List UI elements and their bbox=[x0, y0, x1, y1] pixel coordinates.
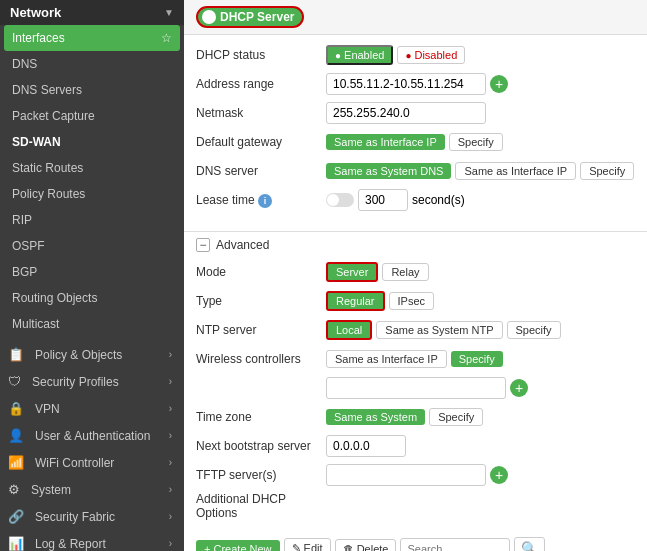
star-icon: ☆ bbox=[161, 31, 172, 45]
relay-button[interactable]: Relay bbox=[382, 263, 428, 281]
tftp-input[interactable] bbox=[326, 464, 486, 486]
chevron-right-icon: › bbox=[169, 457, 172, 468]
specify-ntp-button[interactable]: Specify bbox=[507, 321, 561, 339]
sidebar-item-rip[interactable]: RIP bbox=[0, 207, 184, 233]
sidebar-item-label: Routing Objects bbox=[12, 291, 97, 305]
ntp-server-row: NTP server Local Same as System NTP Spec… bbox=[196, 318, 635, 342]
tftp-servers-row: TFTP server(s) + bbox=[196, 463, 635, 487]
sidebar-item-static-routes[interactable]: Static Routes bbox=[0, 155, 184, 181]
time-zone-value: Same as System Specify bbox=[326, 408, 483, 426]
wireless-input[interactable] bbox=[326, 377, 506, 399]
system-icon: ⚙ bbox=[8, 482, 20, 497]
specify-gateway-button[interactable]: Specify bbox=[449, 133, 503, 151]
next-bootstrap-row: Next bootstrap server bbox=[196, 434, 635, 458]
sidebar-item-packet-capture[interactable]: Packet Capture bbox=[0, 103, 184, 129]
sidebar-item-label: DNS Servers bbox=[12, 83, 82, 97]
lease-toggle[interactable] bbox=[326, 193, 354, 207]
sidebar-item-ospf[interactable]: OSPF bbox=[0, 233, 184, 259]
user-auth-icon: 👤 bbox=[8, 428, 24, 443]
edit-button[interactable]: ✎ Edit bbox=[284, 538, 331, 551]
sidebar-item-log-report[interactable]: 📊 Log & Report › bbox=[0, 530, 184, 551]
sidebar-item-vpn[interactable]: 🔒 VPN › bbox=[0, 395, 184, 422]
sidebar-item-policy-routes[interactable]: Policy Routes bbox=[0, 181, 184, 207]
specify-tz-button[interactable]: Specify bbox=[429, 408, 483, 426]
enabled-button[interactable]: ● Enabled bbox=[326, 45, 393, 65]
sidebar-item-label: System bbox=[31, 483, 71, 497]
netmask-input[interactable] bbox=[326, 102, 486, 124]
add-tftp-button[interactable]: + bbox=[490, 466, 508, 484]
info-icon: i bbox=[258, 194, 272, 208]
same-as-system-ntp-button[interactable]: Same as System NTP bbox=[376, 321, 502, 339]
chevron-right-icon: › bbox=[169, 484, 172, 495]
form-area: DHCP status ● Enabled ● Disabled Address… bbox=[184, 35, 647, 225]
lease-time-row: Lease time i second(s) bbox=[196, 188, 635, 212]
lease-time-input[interactable] bbox=[358, 189, 408, 211]
same-as-interface-ip-button[interactable]: Same as Interface IP bbox=[326, 134, 445, 150]
sidebar-item-user-auth[interactable]: 👤 User & Authentication › bbox=[0, 422, 184, 449]
add-wireless-button[interactable]: + bbox=[510, 379, 528, 397]
sidebar-item-routing-objects[interactable]: Routing Objects bbox=[0, 285, 184, 311]
sidebar-item-system[interactable]: ⚙ System › bbox=[0, 476, 184, 503]
sidebar-item-label: SD-WAN bbox=[12, 135, 61, 149]
main-content: DHCP Server DHCP status ● Enabled ● Disa… bbox=[184, 0, 647, 551]
sidebar-item-interfaces[interactable]: Interfaces ☆ bbox=[4, 25, 180, 51]
sidebar-item-security-fabric[interactable]: 🔗 Security Fabric › bbox=[0, 503, 184, 530]
sidebar-item-dns[interactable]: DNS bbox=[0, 51, 184, 77]
add-range-button[interactable]: + bbox=[490, 75, 508, 93]
sidebar-network-header[interactable]: Network ▼ bbox=[0, 0, 184, 25]
sidebar-item-policy-objects[interactable]: 📋 Policy & Objects › bbox=[0, 341, 184, 368]
regular-button[interactable]: Regular bbox=[326, 291, 385, 311]
time-zone-row: Time zone Same as System Specify bbox=[196, 405, 635, 429]
same-as-system-tz-button[interactable]: Same as System bbox=[326, 409, 425, 425]
vpn-icon: 🔒 bbox=[8, 401, 24, 416]
specify-wc-button[interactable]: Specify bbox=[451, 351, 503, 367]
toggle-circle bbox=[202, 10, 216, 24]
same-as-interface-ip-dns-button[interactable]: Same as Interface IP bbox=[455, 162, 576, 180]
dhcp-server-label: DHCP Server bbox=[220, 10, 294, 24]
server-button[interactable]: Server bbox=[326, 262, 378, 282]
same-as-interface-ip-wc-button[interactable]: Same as Interface IP bbox=[326, 350, 447, 368]
mini-toggle-circle bbox=[327, 194, 339, 206]
sidebar-item-label: Packet Capture bbox=[12, 109, 95, 123]
sidebar-item-label: Interfaces bbox=[12, 31, 65, 45]
sidebar-item-bgp[interactable]: BGP bbox=[0, 259, 184, 285]
next-bootstrap-input[interactable] bbox=[326, 435, 406, 457]
sidebar-item-security-profiles[interactable]: 🛡 Security Profiles › bbox=[0, 368, 184, 395]
local-button[interactable]: Local bbox=[326, 320, 372, 340]
next-bootstrap-value bbox=[326, 435, 406, 457]
dhcp-status-value: ● Enabled ● Disabled bbox=[326, 45, 465, 65]
search-icon: 🔍 bbox=[521, 541, 538, 551]
ipsec-button[interactable]: IPsec bbox=[389, 292, 435, 310]
search-button[interactable]: 🔍 bbox=[514, 537, 545, 551]
search-input[interactable] bbox=[400, 538, 510, 552]
specify-dns-button[interactable]: Specify bbox=[580, 162, 634, 180]
wireless-controllers-value: Same as Interface IP Specify bbox=[326, 350, 503, 368]
dhcp-server-toggle[interactable]: DHCP Server bbox=[196, 6, 304, 28]
chevron-right-icon: › bbox=[169, 403, 172, 414]
ntp-server-value: Local Same as System NTP Specify bbox=[326, 320, 561, 340]
create-new-button[interactable]: + Create New bbox=[196, 540, 280, 552]
same-as-system-dns-button[interactable]: Same as System DNS bbox=[326, 163, 451, 179]
collapse-icon[interactable]: − bbox=[196, 238, 210, 252]
sidebar-item-label: DNS bbox=[12, 57, 37, 71]
default-gateway-label: Default gateway bbox=[196, 135, 326, 149]
sidebar-item-label: Security Profiles bbox=[32, 375, 119, 389]
dhcp-server-header: DHCP Server bbox=[184, 0, 647, 35]
chevron-right-icon: › bbox=[169, 511, 172, 522]
disabled-button[interactable]: ● Disabled bbox=[397, 46, 465, 64]
sidebar-item-multicast[interactable]: Multicast bbox=[0, 311, 184, 337]
sidebar-item-label: Multicast bbox=[12, 317, 59, 331]
disabled-dot: ● bbox=[405, 50, 411, 61]
sidebar-item-sd-wan[interactable]: SD-WAN bbox=[0, 129, 184, 155]
sidebar-item-label: BGP bbox=[12, 265, 37, 279]
sidebar-item-wifi[interactable]: 📶 WiFi Controller › bbox=[0, 449, 184, 476]
wireless-controllers-row: Wireless controllers Same as Interface I… bbox=[196, 347, 635, 371]
type-value: Regular IPsec bbox=[326, 291, 434, 311]
delete-button[interactable]: 🗑 Delete bbox=[335, 539, 397, 552]
sidebar-item-dns-servers[interactable]: DNS Servers bbox=[0, 77, 184, 103]
advanced-label: Advanced bbox=[216, 238, 269, 252]
mode-label: Mode bbox=[196, 265, 326, 279]
chevron-right-icon: › bbox=[169, 376, 172, 387]
type-row: Type Regular IPsec bbox=[196, 289, 635, 313]
address-range-input[interactable] bbox=[326, 73, 486, 95]
